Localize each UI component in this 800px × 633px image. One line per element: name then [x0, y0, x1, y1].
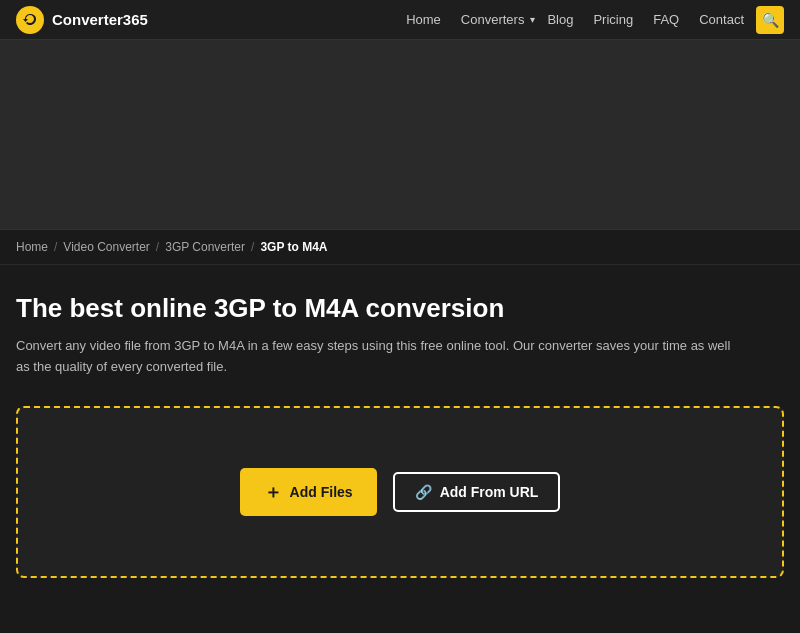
add-files-label: Add Files — [290, 484, 353, 500]
nav: Home Converters ▾ Blog Pricing FAQ Conta… — [398, 6, 784, 34]
header: Converter365 Home Converters ▾ Blog Pric… — [0, 0, 800, 40]
logo[interactable]: Converter365 — [16, 6, 148, 34]
search-icon: 🔍 — [762, 12, 779, 28]
nav-contact[interactable]: Contact — [691, 8, 752, 31]
logo-text: Converter365 — [52, 11, 148, 28]
page-title: The best online 3GP to M4A conversion — [16, 293, 784, 324]
search-button[interactable]: 🔍 — [756, 6, 784, 34]
nav-converters[interactable]: Converters — [453, 8, 533, 31]
breadcrumb-video-converter[interactable]: Video Converter — [63, 240, 150, 254]
page-description: Convert any video file from 3GP to M4A i… — [16, 336, 736, 378]
breadcrumb-3gp-converter[interactable]: 3GP Converter — [165, 240, 245, 254]
upload-area: ＋ Add Files 🔗 Add From URL — [16, 406, 784, 578]
nav-home[interactable]: Home — [398, 8, 449, 31]
add-url-label: Add From URL — [440, 484, 539, 500]
nav-blog[interactable]: Blog — [539, 8, 581, 31]
breadcrumb-current: 3GP to M4A — [260, 240, 327, 254]
ad-banner — [0, 40, 800, 230]
breadcrumb: Home / Video Converter / 3GP Converter /… — [0, 230, 800, 265]
breadcrumb-sep-2: / — [156, 240, 159, 254]
main-content: The best online 3GP to M4A conversion Co… — [0, 265, 800, 598]
add-url-button[interactable]: 🔗 Add From URL — [393, 472, 561, 512]
logo-icon — [16, 6, 44, 34]
breadcrumb-home[interactable]: Home — [16, 240, 48, 254]
nav-pricing[interactable]: Pricing — [585, 8, 641, 31]
plus-icon: ＋ — [264, 480, 282, 504]
breadcrumb-sep-1: / — [54, 240, 57, 254]
breadcrumb-sep-3: / — [251, 240, 254, 254]
add-files-button[interactable]: ＋ Add Files — [240, 468, 377, 516]
nav-faq[interactable]: FAQ — [645, 8, 687, 31]
link-icon: 🔗 — [415, 484, 432, 500]
converters-chevron-icon: ▾ — [530, 14, 535, 25]
